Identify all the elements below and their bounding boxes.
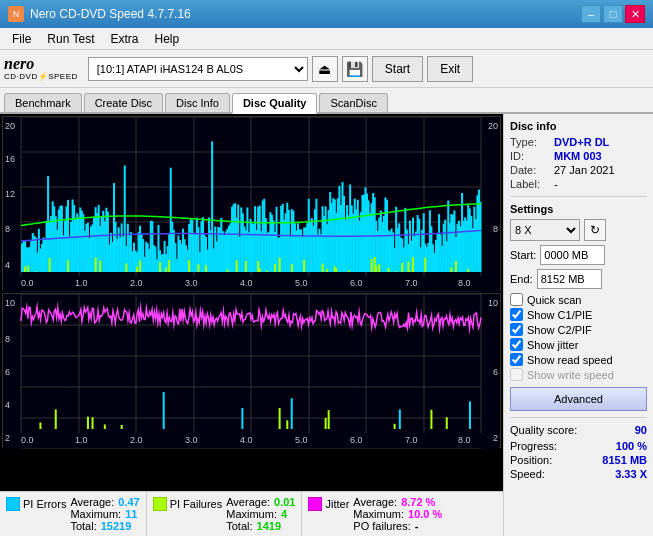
title-bar: N Nero CD-DVD Speed 4.7.7.16 – □ ✕ [0, 0, 653, 28]
x-7.0-top: 7.0 [405, 278, 418, 288]
show-write-speed-checkbox[interactable] [510, 368, 523, 381]
show-jitter-checkbox[interactable] [510, 338, 523, 351]
nero-logo: nero CD·DVD⚡SPEED [4, 56, 78, 81]
advanced-button[interactable]: Advanced [510, 387, 647, 411]
y-label-4-top: 4 [5, 260, 10, 270]
x-0.0-top: 0.0 [21, 278, 34, 288]
disc-date-key: Date: [510, 164, 550, 176]
pf-total-label: Total: [226, 520, 252, 532]
start-label: Start: [510, 249, 536, 261]
pi-total-label: Total: [70, 520, 96, 532]
quick-scan-label: Quick scan [527, 294, 581, 306]
x-3.0-bot: 3.0 [185, 435, 198, 445]
drive-select[interactable]: [10:1] ATAPI iHAS124 B AL0S [88, 57, 308, 81]
y-label-12-top: 12 [5, 189, 15, 199]
tab-scan-disc[interactable]: ScanDisc [319, 93, 387, 112]
pf-max-label: Maximum: [226, 508, 277, 520]
minimize-button[interactable]: – [581, 5, 601, 23]
close-button[interactable]: ✕ [625, 5, 645, 23]
tab-disc-quality[interactable]: Disc Quality [232, 93, 318, 114]
jitter-po-label: PO failures: [353, 520, 410, 532]
jitter-label: Jitter [325, 498, 349, 510]
y-label-8-right: 8 [493, 224, 498, 234]
show-read-speed-row: Show read speed [510, 353, 647, 366]
nero-logo-subtitle: CD·DVD⚡SPEED [4, 72, 78, 81]
toolbar: nero CD·DVD⚡SPEED [10:1] ATAPI iHAS124 B… [0, 50, 653, 88]
progress-label: Progress: [510, 440, 557, 452]
refresh-button[interactable]: ↻ [584, 219, 606, 241]
x-2.0-top: 2.0 [130, 278, 143, 288]
x-0.0-bot: 0.0 [21, 435, 34, 445]
title-bar-text: Nero CD-DVD Speed 4.7.7.16 [30, 7, 191, 21]
app-icon: N [8, 6, 24, 22]
show-c2pif-checkbox[interactable] [510, 323, 523, 336]
maximize-button[interactable]: □ [603, 5, 623, 23]
y-label-20-right: 20 [488, 121, 498, 131]
y-label-4-bot: 4 [5, 400, 10, 410]
x-5.0-bot: 5.0 [295, 435, 308, 445]
tab-create-disc[interactable]: Create Disc [84, 93, 163, 112]
menu-extra[interactable]: Extra [102, 30, 146, 48]
disc-date-val: 27 Jan 2021 [554, 164, 615, 176]
show-c1pie-checkbox[interactable] [510, 308, 523, 321]
save-button[interactable]: 💾 [342, 56, 368, 82]
x-2.0-bot: 2.0 [130, 435, 143, 445]
tab-disc-info[interactable]: Disc Info [165, 93, 230, 112]
pi-total-val: 15219 [101, 520, 132, 532]
x-5.0-top: 5.0 [295, 278, 308, 288]
x-6.0-top: 6.0 [350, 278, 363, 288]
tabs-bar: Benchmark Create Disc Disc Info Disc Qua… [0, 88, 653, 114]
jitter-max-label: Maximum: [353, 508, 404, 520]
x-1.0-bot: 1.0 [75, 435, 88, 445]
quick-scan-checkbox[interactable] [510, 293, 523, 306]
pi-failures-legend-box [153, 497, 167, 511]
pi-avg-val: 0.47 [118, 496, 139, 508]
speed-val: 3.33 X [615, 468, 647, 480]
menu-bar: File Run Test Extra Help [0, 28, 653, 50]
y-label-2-bot-r: 2 [493, 433, 498, 443]
menu-file[interactable]: File [4, 30, 39, 48]
jitter-avg-label: Average: [353, 496, 397, 508]
y-label-6-bot: 6 [5, 367, 10, 377]
show-write-speed-row: Show write speed [510, 368, 647, 381]
stat-pi-failures: PI Failures Average: 0.01 Maximum: 4 Tot… [147, 492, 303, 536]
start-button[interactable]: Start [372, 56, 423, 82]
show-c1pie-label: Show C1/PIE [527, 309, 592, 321]
y-label-8-bot: 8 [5, 334, 10, 344]
progress-val: 100 % [616, 440, 647, 452]
exit-button[interactable]: Exit [427, 56, 473, 82]
tab-benchmark[interactable]: Benchmark [4, 93, 82, 112]
eject-button[interactable]: ⏏ [312, 56, 338, 82]
right-panel: Disc info Type: DVD+R DL ID: MKM 003 Dat… [503, 114, 653, 536]
x-7.0-bot: 7.0 [405, 435, 418, 445]
show-read-speed-checkbox[interactable] [510, 353, 523, 366]
main-content: 20 16 12 8 4 20 8 0.0 1.0 2.0 3.0 4.0 5.… [0, 114, 653, 536]
pi-errors-label: PI Errors [23, 498, 66, 510]
nero-logo-text: nero [4, 56, 78, 72]
menu-run-test[interactable]: Run Test [39, 30, 102, 48]
menu-help[interactable]: Help [147, 30, 188, 48]
x-6.0-bot: 6.0 [350, 435, 363, 445]
y-label-10-bot: 10 [5, 298, 15, 308]
pf-avg-val: 0.01 [274, 496, 295, 508]
show-read-speed-label: Show read speed [527, 354, 613, 366]
end-input[interactable] [537, 269, 602, 289]
show-jitter-label: Show jitter [527, 339, 578, 351]
pf-total-val: 1419 [257, 520, 281, 532]
disc-id-val: MKM 003 [554, 150, 602, 162]
y-label-8-top: 8 [5, 224, 10, 234]
disc-type-key: Type: [510, 136, 550, 148]
pi-errors-legend-box [6, 497, 20, 511]
y-label-16-top: 16 [5, 154, 15, 164]
disc-label-key: Label: [510, 178, 550, 190]
jitter-legend-box [308, 497, 322, 511]
start-input[interactable] [540, 245, 605, 265]
pf-max-val: 4 [281, 508, 287, 520]
position-val: 8151 MB [602, 454, 647, 466]
quality-score-label: Quality score: [510, 424, 577, 436]
quick-scan-row: Quick scan [510, 293, 647, 306]
settings-title: Settings [510, 203, 647, 215]
speed-select[interactable]: 8 X [510, 219, 580, 241]
pi-max-val: 11 [125, 508, 137, 520]
y-label-10-bot-r: 10 [488, 298, 498, 308]
